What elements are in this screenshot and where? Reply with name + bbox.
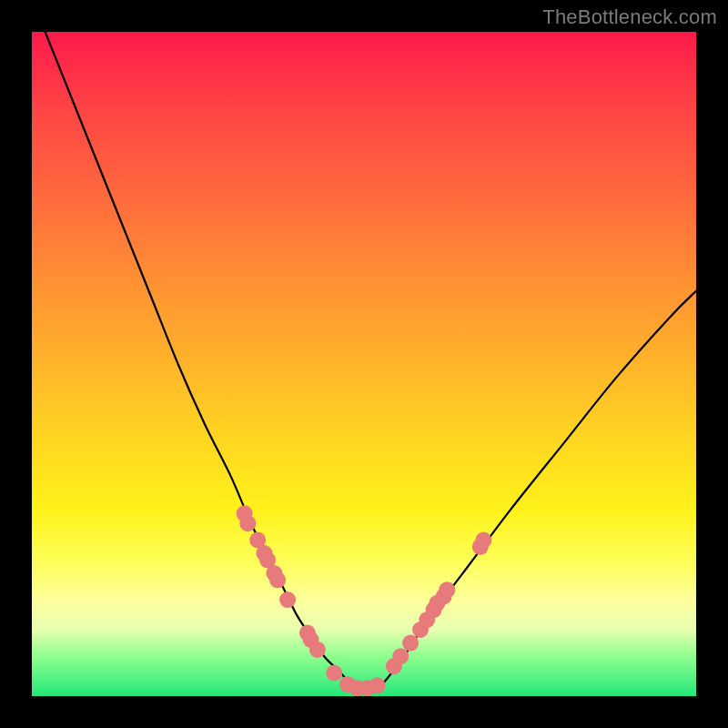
highlight-dot — [269, 571, 286, 588]
highlight-dot — [239, 515, 256, 531]
highlight-dot — [439, 581, 455, 598]
highlight-dot — [475, 532, 491, 549]
highlight-dot — [392, 648, 409, 664]
highlight-dot — [309, 642, 326, 658]
highlight-dot — [326, 665, 342, 682]
chart-frame: TheBottleneck.com — [0, 0, 728, 728]
highlight-dot — [402, 635, 419, 652]
plot-area — [32, 32, 696, 696]
highlight-dots-group — [237, 505, 492, 696]
highlight-dot — [279, 592, 296, 608]
chart-svg — [32, 32, 696, 696]
highlight-dot — [369, 677, 386, 693]
watermark-text: TheBottleneck.com — [542, 5, 717, 29]
bottleneck-curve — [46, 32, 696, 693]
